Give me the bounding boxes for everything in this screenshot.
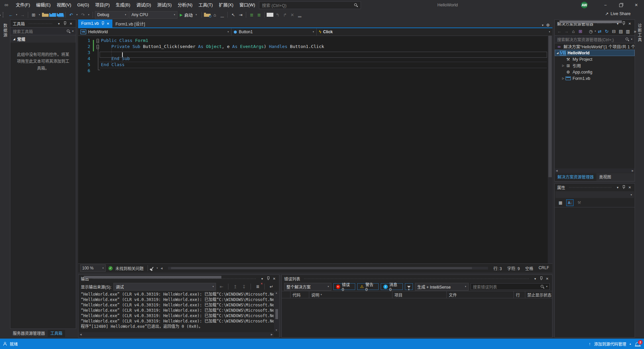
spaces-indicator[interactable]: 空格	[525, 265, 533, 271]
minimize-button[interactable]: –	[598, 0, 613, 10]
filter-button[interactable]	[405, 283, 413, 290]
tree-item[interactable]: ⚙App.config	[555, 69, 635, 75]
menu-item[interactable]: Git(G)	[74, 0, 92, 10]
code-line[interactable]: 1–Public Class Form1	[78, 38, 548, 44]
menu-item[interactable]: 调试(D)	[133, 0, 154, 10]
pending-changes-filter-icon[interactable]: ◷	[588, 28, 594, 35]
error-list-column[interactable]: 项目	[392, 291, 447, 298]
solexp-pin-icon[interactable]	[622, 21, 625, 26]
add-to-source-control-button[interactable]: 添加到源代码管理	[594, 341, 626, 347]
char-indicator[interactable]: 字符: 9	[507, 265, 520, 271]
show-all-files-icon[interactable]: ▤	[618, 28, 624, 35]
solution-explorer-search-input[interactable]: 搜索解决方案资源管理器(Ctrl+;) ▾	[555, 36, 635, 43]
code-editor[interactable]: 1–Public Class Form12– Private Sub Butto…	[78, 36, 548, 264]
contact-icon[interactable]	[0, 12, 0, 16]
output-pin-icon[interactable]	[267, 277, 270, 281]
properties-close-icon[interactable]: ✕	[627, 185, 632, 190]
zoom-level-combo[interactable]: 100 %▾	[80, 264, 106, 272]
toolbox-section-general[interactable]: ◢ 常规	[10, 35, 76, 43]
menu-item[interactable]: 视图(V)	[54, 0, 74, 10]
scrollbar-thumb[interactable]	[548, 36, 552, 177]
error-list-title-bar[interactable]: 错误列表 ▾ ✕	[282, 275, 552, 282]
new-project-icon[interactable]: ⊞	[30, 11, 37, 18]
gear-icon[interactable]: ⚙	[546, 23, 550, 28]
document-tab[interactable]: Form1.vb✕	[78, 19, 112, 28]
tree-item[interactable]: ∞解决方案“HelloWorld”(1 个项目/共 1 个项目)	[555, 43, 635, 50]
menu-item[interactable]: 扩展(X)	[216, 0, 236, 10]
toolbox-title-bar[interactable]: 工具箱 ▾ ✕	[10, 20, 76, 27]
toolbar-overflow-icon[interactable]: ▂	[296, 11, 303, 18]
code-cleanup-icon[interactable]	[151, 267, 153, 269]
toggle-bookmark-icon[interactable]	[267, 13, 273, 17]
eol-indicator[interactable]: CRLF	[539, 265, 549, 271]
open-folder-icon[interactable]	[42, 14, 49, 17]
close-button[interactable]: ✕	[629, 0, 644, 10]
collapse-all-icon[interactable]: ⊟	[611, 28, 617, 35]
start-debugging-button[interactable]: ▶启动▾	[178, 11, 200, 18]
goto-message-icon[interactable]: ⇤	[218, 283, 225, 290]
document-list-chevron-icon[interactable]: ▾	[542, 23, 544, 27]
prev-bookmark-icon[interactable]: ↰	[274, 11, 281, 18]
toolbox-search-input[interactable]: 搜索工具箱 ▾	[10, 27, 76, 35]
solexp-forward-icon[interactable]: →	[563, 28, 570, 35]
feedback-icon[interactable]	[3, 342, 7, 346]
next-bookmark-icon[interactable]: ↱	[281, 11, 288, 18]
dropdown-chevron-icon[interactable]: ▾	[595, 28, 596, 35]
output-text[interactable]: “HelloWorld.exe” (CLR v4.0.30319: HelloW…	[79, 292, 274, 332]
menu-item[interactable]: 编辑(E)	[33, 0, 54, 10]
error-list-column[interactable]	[282, 291, 290, 298]
solexp-back-icon[interactable]: ←	[556, 28, 562, 35]
expander-collapsed-icon[interactable]: ▷	[561, 64, 566, 67]
solexp-horizontal-scrollbar[interactable]: ◀▶	[555, 168, 635, 173]
dropdown-chevron-icon[interactable]: ▾	[38, 11, 41, 18]
errors-filter-button[interactable]: 错误 0	[333, 283, 356, 290]
alphabetical-sort-icon[interactable]: A↓	[566, 199, 574, 206]
navbar-project-dropdown[interactable]: HelloWorld ▾	[78, 28, 231, 36]
line-indicator[interactable]: 行: 3	[493, 265, 502, 271]
menu-item[interactable]: 工具(T)	[196, 0, 216, 10]
properties-button-icon[interactable]: ▥	[625, 28, 631, 35]
fold-margin[interactable]	[96, 62, 101, 68]
output-horizontal-scrollbar[interactable]: ◀▶	[79, 332, 274, 337]
word-wrap-icon[interactable]: ↵	[268, 283, 275, 290]
warnings-filter-button[interactable]: ⚠ 警告 0	[357, 283, 379, 290]
next-message-icon[interactable]: ↧	[240, 283, 247, 290]
nav-forward-icon[interactable]: →	[19, 11, 26, 18]
code-cleanup-chevron-icon[interactable]: ▾	[157, 267, 158, 269]
fold-collapse-icon[interactable]: –	[97, 39, 99, 43]
expander-collapsed-icon[interactable]: ▷	[561, 77, 566, 80]
tab-pin-icon[interactable]	[101, 21, 104, 26]
navbar-member-dropdown[interactable]: Button1 ▾	[231, 28, 317, 36]
build-intellisense-combo[interactable]: 生成 + IntelliSense▾	[415, 283, 469, 291]
solexp-close-icon[interactable]: ✕	[627, 21, 632, 26]
tab-close-icon[interactable]: ✕	[107, 22, 109, 26]
code-line[interactable]: 6	[78, 68, 548, 74]
undo-icon[interactable]: ↶	[68, 11, 74, 18]
find-in-files-icon[interactable]	[204, 14, 211, 17]
error-list-column[interactable]: 行	[514, 291, 525, 298]
data-sources-vertical-tab[interactable]: 数据源	[2, 23, 8, 38]
solution-platforms-combo[interactable]: Any CPU▾	[129, 11, 177, 19]
search-options-chevron-icon[interactable]: ▾	[72, 30, 73, 33]
properties-title-bar[interactable]: 属性 ▾ ✕	[555, 184, 635, 191]
avatar[interactable]: AW	[581, 2, 588, 8]
dropdown-chevron-icon[interactable]: ▾	[75, 11, 79, 18]
switch-views-icon[interactable]: ⊞	[577, 28, 584, 35]
properties-pin-icon[interactable]	[622, 185, 625, 189]
search-icon[interactable]	[354, 3, 358, 7]
property-pages-icon[interactable]: ⚒	[576, 199, 583, 206]
notifications-button[interactable]: 2	[634, 341, 641, 347]
fold-margin[interactable]: –	[96, 38, 101, 44]
output-source-combo[interactable]: 调试▾	[113, 283, 216, 291]
menu-item[interactable]: 窗口(W)	[236, 0, 258, 10]
dropdown-chevron-icon[interactable]: ▾	[87, 11, 91, 18]
clear-bookmarks-icon[interactable]: ✕	[289, 11, 296, 18]
save-icon[interactable]	[49, 13, 56, 17]
toolbox-menu-chevron-icon[interactable]: ▾	[56, 21, 61, 26]
navbar-event-dropdown[interactable]: ϟ Click ▾	[317, 28, 552, 36]
solexp-bottom-tab[interactable]: 解决方案资源管理器	[555, 173, 596, 181]
solution-configurations-combo[interactable]: Debug▾	[95, 11, 128, 19]
editor-vertical-scrollbar[interactable]	[548, 36, 552, 264]
clear-all-icon[interactable]	[254, 283, 261, 290]
scrollbar-thumb[interactable]	[84, 276, 221, 279]
